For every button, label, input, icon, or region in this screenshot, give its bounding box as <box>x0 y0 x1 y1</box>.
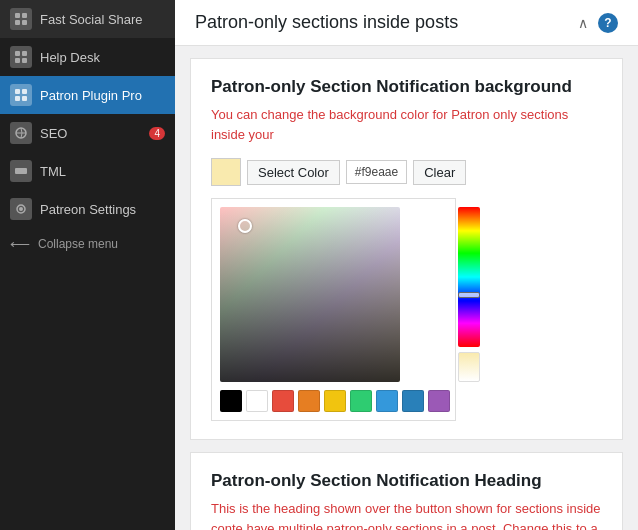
seo-badge: 4 <box>149 127 165 140</box>
svg-rect-5 <box>22 51 27 56</box>
svg-rect-3 <box>22 20 27 25</box>
help-desk-icon <box>10 46 32 68</box>
svg-rect-0 <box>15 13 20 18</box>
svg-rect-10 <box>15 96 20 101</box>
preset-red[interactable] <box>272 390 294 412</box>
color-controls: Select Color #f9eaae Clear <box>211 158 602 186</box>
sidebar-item-tml[interactable]: TML <box>0 152 175 190</box>
preset-dark-blue[interactable] <box>402 390 424 412</box>
hue-bar <box>458 207 480 347</box>
preset-white[interactable] <box>246 390 268 412</box>
seo-icon <box>10 122 32 144</box>
sidebar-label-tml: TML <box>40 164 165 179</box>
preset-purple[interactable] <box>428 390 450 412</box>
alpha-bar <box>458 352 480 382</box>
patreon-settings-icon <box>10 198 32 220</box>
sidebar-item-fast-social-share[interactable]: Fast Social Share <box>0 0 175 38</box>
notification-background-card: Patron-only Section Notification backgro… <box>190 58 623 440</box>
clear-button[interactable]: Clear <box>413 160 466 185</box>
patron-plugin-pro-icon <box>10 84 32 106</box>
svg-rect-2 <box>15 20 20 25</box>
section-header: Patron-only sections inside posts ∧ ? <box>175 0 638 46</box>
fast-social-share-icon <box>10 8 32 30</box>
card1-title: Patron-only Section Notification backgro… <box>211 77 602 97</box>
collapse-menu-item[interactable]: ⟵ Collapse menu <box>0 228 175 260</box>
sidebar-item-patreon-settings[interactable]: Patreon Settings <box>0 190 175 228</box>
sidebar-label-help-desk: Help Desk <box>40 50 165 65</box>
tml-icon <box>10 160 32 182</box>
preset-colors <box>220 390 450 412</box>
collapse-icon: ⟵ <box>10 236 30 252</box>
sidebar: Fast Social Share Help Desk Patron Plugi… <box>0 0 175 530</box>
section-header-title: Patron-only sections inside posts <box>195 12 568 33</box>
svg-rect-9 <box>22 89 27 94</box>
preset-yellow[interactable] <box>324 390 346 412</box>
preset-green[interactable] <box>350 390 372 412</box>
card1-desc: You can change the background color for … <box>211 105 602 144</box>
select-color-button[interactable]: Select Color <box>247 160 340 185</box>
svg-rect-6 <box>15 58 20 63</box>
help-icon[interactable]: ? <box>598 13 618 33</box>
hue-indicator <box>458 292 480 298</box>
svg-rect-1 <box>22 13 27 18</box>
sidebar-label-fast-social-share: Fast Social Share <box>40 12 165 27</box>
hex-value-display: #f9eaae <box>346 160 407 184</box>
svg-rect-8 <box>15 89 20 94</box>
color-gradient-area[interactable] <box>220 207 400 382</box>
sidebar-label-patreon-settings: Patreon Settings <box>40 202 165 217</box>
sidebar-label-seo: SEO <box>40 126 138 141</box>
svg-rect-7 <box>22 58 27 63</box>
color-swatch-button[interactable] <box>211 158 241 186</box>
preset-black[interactable] <box>220 390 242 412</box>
sidebar-label-patron-plugin-pro: Patron Plugin Pro <box>40 88 165 103</box>
preset-orange[interactable] <box>298 390 320 412</box>
card2-desc: This is the heading shown over the butto… <box>211 499 602 530</box>
svg-rect-11 <box>22 96 27 101</box>
main-content: Patron-only sections inside posts ∧ ? Pa… <box>175 0 638 530</box>
chevron-up-icon[interactable]: ∧ <box>578 15 588 31</box>
svg-point-15 <box>19 207 23 211</box>
card2-title: Patron-only Section Notification Heading <box>211 471 602 491</box>
sidebar-item-help-desk[interactable]: Help Desk <box>0 38 175 76</box>
svg-rect-4 <box>15 51 20 56</box>
hue-slider[interactable] <box>458 207 480 382</box>
preset-light-blue[interactable] <box>376 390 398 412</box>
sidebar-item-seo[interactable]: SEO 4 <box>0 114 175 152</box>
notification-heading-card: Patron-only Section Notification Heading… <box>190 452 623 530</box>
color-picker-thumb[interactable] <box>238 219 252 233</box>
color-picker <box>211 198 456 421</box>
svg-rect-13 <box>15 168 27 174</box>
collapse-menu-label: Collapse menu <box>38 237 165 251</box>
sidebar-item-patron-plugin-pro[interactable]: Patron Plugin Pro <box>0 76 175 114</box>
